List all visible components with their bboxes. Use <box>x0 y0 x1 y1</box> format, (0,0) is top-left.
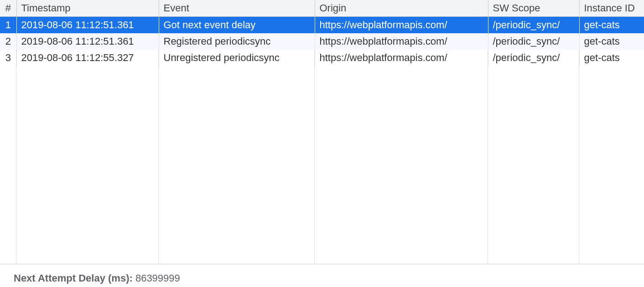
sw-scope-cell: /periodic_sync/ <box>488 17 579 34</box>
table-row[interactable]: 12019-08-06 11:12:51.361Got next event d… <box>0 17 644 34</box>
origin-cell: https://webplatformapis.com/ <box>315 33 488 50</box>
timestamp-cell: 2019-08-06 11:12:51.361 <box>16 17 159 34</box>
column-header-timestamp[interactable]: Timestamp <box>16 0 159 17</box>
timestamp-cell: 2019-08-06 11:12:51.361 <box>16 33 159 50</box>
origin-cell: https://webplatformapis.com/ <box>315 17 488 34</box>
next-attempt-delay-value: 86399999 <box>135 272 180 284</box>
column-header-origin[interactable]: Origin <box>315 0 488 17</box>
column-header-instance-id[interactable]: Instance ID <box>579 0 644 17</box>
next-attempt-delay-label: Next Attempt Delay (ms): <box>14 272 135 284</box>
event-log-table-container: # Timestamp Event Origin SW Scope Instan… <box>0 0 644 264</box>
event-cell: Unregistered periodicsync <box>159 50 315 66</box>
sw-scope-cell: /periodic_sync/ <box>488 50 579 66</box>
column-header-sw-scope[interactable]: SW Scope <box>488 0 579 17</box>
instance-id-cell: get-cats <box>579 33 644 50</box>
column-header-number[interactable]: # <box>0 0 16 17</box>
event-cell: Registered periodicsync <box>159 33 315 50</box>
row-number-cell: 1 <box>0 17 16 34</box>
sw-scope-cell: /periodic_sync/ <box>488 33 579 50</box>
table-row[interactable]: 32019-08-06 11:12:55.327Unregistered per… <box>0 50 644 66</box>
event-cell: Got next event delay <box>159 17 315 34</box>
instance-id-cell: get-cats <box>579 17 644 34</box>
event-log-table[interactable]: # Timestamp Event Origin SW Scope Instan… <box>0 0 644 66</box>
table-header-row: # Timestamp Event Origin SW Scope Instan… <box>0 0 644 17</box>
timestamp-cell: 2019-08-06 11:12:55.327 <box>16 50 159 66</box>
column-header-event[interactable]: Event <box>159 0 315 17</box>
table-row[interactable]: 22019-08-06 11:12:51.361Registered perio… <box>0 33 644 50</box>
origin-cell: https://webplatformapis.com/ <box>315 50 488 66</box>
row-number-cell: 2 <box>0 33 16 50</box>
row-number-cell: 3 <box>0 50 16 66</box>
footer-info: Next Attempt Delay (ms): 86399999 <box>0 264 644 287</box>
instance-id-cell: get-cats <box>579 50 644 66</box>
